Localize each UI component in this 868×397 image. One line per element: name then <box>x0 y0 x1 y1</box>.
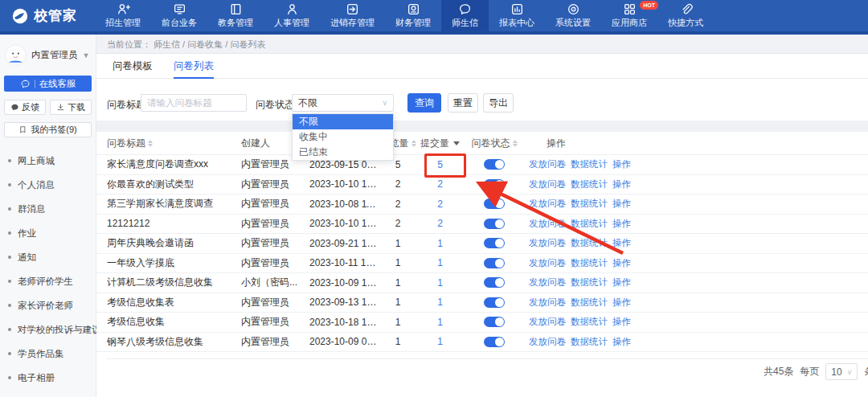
operation-link[interactable]: 操作 <box>612 257 631 269</box>
actions-cell: 发放问卷数据统计操作 <box>526 316 868 328</box>
feedback-button[interactable]: 反馈 <box>4 100 46 115</box>
operation-link[interactable]: 操作 <box>612 297 631 309</box>
distribute-survey-link[interactable]: 发放问卷 <box>529 158 566 170</box>
nav-item-7[interactable]: 师生信 <box>441 0 489 31</box>
nav-item-9[interactable]: 系统设置 <box>545 0 601 31</box>
submit-count-link[interactable]: 1 <box>437 336 443 347</box>
download-button[interactable]: 下载 <box>50 100 92 115</box>
data-statistics-link[interactable]: 数据统计 <box>571 237 608 249</box>
app-logo[interactable]: 校管家 <box>0 0 95 31</box>
survey-status-toggle[interactable] <box>484 238 505 248</box>
online-service-button[interactable]: 在线客服 <box>4 76 92 92</box>
submit-count-link[interactable]: 1 <box>437 238 443 249</box>
sidebar-item[interactable]: 作业 <box>0 221 96 245</box>
submit-count-link[interactable]: 1 <box>437 317 443 328</box>
data-statistics-link[interactable]: 数据统计 <box>571 218 608 230</box>
nav-item-5[interactable]: 进销存管理 <box>320 0 385 31</box>
sidebar-item-label: 学员作品集 <box>18 348 64 360</box>
submit-count-link[interactable]: 2 <box>437 178 443 190</box>
sidebar-item[interactable]: 学员作品集 <box>0 342 96 366</box>
data-statistics-link[interactable]: 数据统计 <box>571 336 608 348</box>
operation-link[interactable]: 操作 <box>612 218 631 230</box>
reset-button[interactable]: 重置 <box>448 93 478 113</box>
sort-icon[interactable] <box>513 140 518 147</box>
data-statistics-link[interactable]: 数据统计 <box>571 198 608 210</box>
distribute-survey-link[interactable]: 发放问卷 <box>529 218 566 230</box>
operation-link[interactable]: 操作 <box>612 237 631 249</box>
operation-link[interactable]: 操作 <box>612 198 631 210</box>
export-button[interactable]: 导出 <box>483 93 514 113</box>
distribute-survey-link[interactable]: 发放问卷 <box>529 316 566 328</box>
submit-count-link[interactable]: 2 <box>437 198 443 210</box>
data-statistics-link[interactable]: 数据统计 <box>571 158 608 170</box>
data-statistics-link[interactable]: 数据统计 <box>571 297 608 309</box>
survey-title-input[interactable] <box>141 94 247 112</box>
column-header[interactable]: 问卷状态 <box>462 137 526 150</box>
sidebar-item[interactable]: 对学校的投诉与建议 <box>0 317 96 342</box>
survey-status-toggle[interactable] <box>484 179 505 190</box>
operation-link[interactable]: 操作 <box>612 178 631 190</box>
distribute-survey-link[interactable]: 发放问卷 <box>529 198 566 210</box>
data-statistics-link[interactable]: 数据统计 <box>571 276 608 289</box>
nav-item-1[interactable]: 招生管理 <box>95 0 151 31</box>
submit-count-link[interactable]: 2 <box>437 218 443 229</box>
data-statistics-link[interactable]: 数据统计 <box>571 178 608 190</box>
column-header-label: 问卷标题 <box>107 137 145 150</box>
operation-link[interactable]: 操作 <box>612 158 631 170</box>
nav-item-4[interactable]: 人事管理 <box>264 0 320 31</box>
sidebar-item[interactable]: 电子相册 <box>0 366 96 390</box>
sort-desc-icon[interactable] <box>453 141 460 145</box>
sidebar-item[interactable]: 个人消息 <box>0 173 96 197</box>
submit-count-link[interactable]: 1 <box>437 297 443 308</box>
operation-link[interactable]: 操作 <box>612 316 631 328</box>
operation-link[interactable]: 操作 <box>612 276 631 289</box>
survey-status-toggle[interactable] <box>484 219 505 229</box>
views-cell: 1 <box>378 336 418 347</box>
distribute-survey-link[interactable]: 发放问卷 <box>529 336 566 348</box>
nav-item-3[interactable]: 教务管理 <box>207 0 264 31</box>
nav-item-8[interactable]: 报表中心 <box>489 0 545 31</box>
sort-icon[interactable] <box>411 140 416 147</box>
status-option[interactable]: 已结束 <box>293 145 393 160</box>
submit-count-link[interactable]: 1 <box>437 277 443 289</box>
distribute-survey-link[interactable]: 发放问卷 <box>529 276 566 289</box>
status-option[interactable]: 收集中 <box>293 129 393 145</box>
survey-status-toggle[interactable] <box>484 317 505 327</box>
survey-status-toggle[interactable] <box>484 159 505 170</box>
distribute-survey-link[interactable]: 发放问卷 <box>529 178 566 190</box>
nav-item-2[interactable]: 前台业务 <box>151 0 207 31</box>
per-page-select[interactable]: 10 ∨ <box>825 363 858 380</box>
sidebar-item[interactable]: 网上商城 <box>0 149 96 173</box>
search-button[interactable]: 查询 <box>407 93 441 113</box>
nav-item-10[interactable]: 应用商店HOT <box>601 0 657 31</box>
data-statistics-link[interactable]: 数据统计 <box>571 316 608 328</box>
toggle-knob <box>495 317 504 326</box>
distribute-survey-link[interactable]: 发放问卷 <box>529 297 566 309</box>
sidebar-item[interactable]: 群消息 <box>0 197 96 221</box>
status-option[interactable]: 不限 <box>293 114 393 129</box>
my-bookmarks-button[interactable]: 我的书签(9) <box>4 122 92 137</box>
survey-status-select[interactable]: 不限 ∨ <box>292 94 394 112</box>
survey-status-toggle[interactable] <box>484 337 505 347</box>
sidebar-item[interactable]: 家长评价老师 <box>0 293 96 317</box>
tab-inactive[interactable]: 问卷模板 <box>113 54 153 79</box>
operation-link[interactable]: 操作 <box>612 336 631 348</box>
survey-status-toggle[interactable] <box>484 198 505 209</box>
sort-icon[interactable] <box>148 140 153 147</box>
nav-item-11[interactable]: 快捷方式 <box>657 0 714 31</box>
tab-active[interactable]: 问卷列表 <box>174 54 214 79</box>
distribute-survey-link[interactable]: 发放问卷 <box>529 257 566 269</box>
survey-status-toggle[interactable] <box>484 277 505 288</box>
distribute-survey-link[interactable]: 发放问卷 <box>529 237 566 249</box>
user-menu[interactable]: 内置管理员 ▼ <box>0 35 96 74</box>
column-header[interactable]: 问卷标题 <box>107 137 241 150</box>
survey-status-toggle[interactable] <box>484 258 505 268</box>
submit-count-link[interactable]: 1 <box>437 257 443 268</box>
nav-item-6[interactable]: 财务管理 <box>385 0 441 31</box>
sidebar-item[interactable]: 通知 <box>0 245 96 269</box>
data-statistics-link[interactable]: 数据统计 <box>571 257 608 269</box>
column-header[interactable]: 提交量 <box>418 137 462 150</box>
table-row: 你最喜欢的测试类型内置管理员2023-10-10 16:4222发放问卷数据统计… <box>96 175 868 195</box>
survey-status-toggle[interactable] <box>484 297 505 308</box>
sidebar-item[interactable]: 老师评价学生 <box>0 269 96 293</box>
